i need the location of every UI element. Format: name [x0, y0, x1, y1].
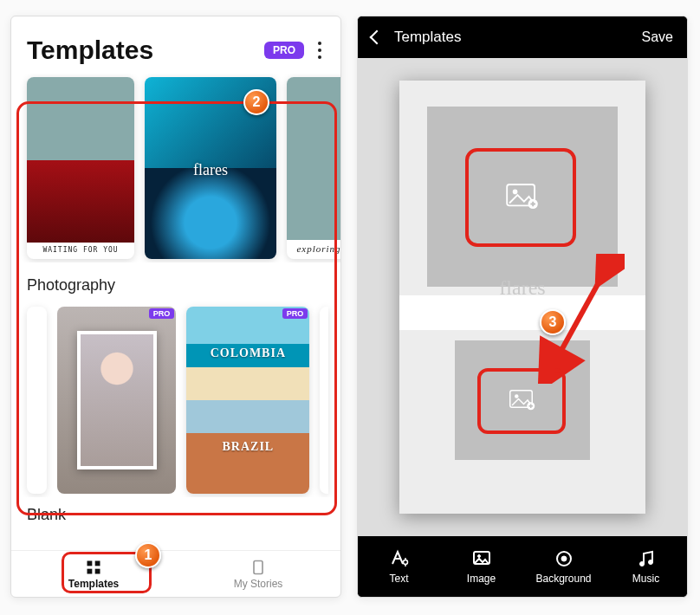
header-title: Templates	[394, 29, 630, 46]
svg-point-12	[403, 560, 407, 565]
template-card-portrait[interactable]: PRO	[57, 307, 176, 494]
tool-label: Text	[389, 573, 408, 585]
editor-screen: Templates Save flares	[357, 16, 688, 598]
image-icon	[471, 548, 492, 569]
tab-label: My Stories	[234, 578, 283, 590]
more-menu-icon[interactable]	[318, 49, 321, 52]
add-image-icon	[509, 390, 535, 411]
card-caption: COLOMBIA	[211, 346, 286, 360]
card-caption: WAITING FOR YOU	[27, 243, 134, 259]
tool-text[interactable]: Text	[358, 536, 440, 597]
mini-pro-badge: PRO	[282, 308, 308, 319]
template-card-peek-right[interactable]	[320, 307, 328, 494]
template-card-peek-left[interactable]	[27, 307, 47, 494]
pro-badge[interactable]: PRO	[264, 42, 304, 59]
svg-rect-0	[88, 560, 93, 566]
svg-rect-1	[95, 560, 100, 566]
svg-point-6	[513, 190, 518, 195]
stories-icon	[250, 559, 267, 576]
templates-row-photography[interactable]: PRO COLOMBIA BRAZIL PRO	[11, 295, 340, 497]
tab-my-stories[interactable]: My Stories	[176, 551, 340, 597]
template-card-exploring[interactable]: exploring	[287, 77, 340, 259]
add-image-icon	[506, 184, 539, 210]
svg-point-18	[648, 560, 652, 565]
back-icon[interactable]	[370, 30, 385, 45]
tool-background[interactable]: Background	[522, 536, 605, 597]
save-button[interactable]: Save	[642, 29, 673, 45]
bottom-nav: Templates My Stories	[11, 550, 340, 597]
svg-rect-4	[254, 560, 262, 573]
templates-header: Templates PRO	[11, 16, 340, 74]
templates-row-featured[interactable]: WAITING FOR YOU flares exploring	[11, 74, 340, 262]
templates-body: WAITING FOR YOU flares exploring Photogr…	[11, 74, 340, 550]
templates-icon	[85, 559, 102, 576]
template-card-countries[interactable]: COLOMBIA BRAZIL PRO	[186, 307, 309, 494]
section-photography: Photography	[11, 262, 340, 295]
callout-3: 3	[540, 309, 566, 335]
card-caption: BRAZIL	[223, 440, 275, 454]
tab-label: Templates	[68, 578, 119, 590]
page-title: Templates	[27, 36, 264, 65]
section-blank: Blank	[11, 497, 340, 524]
template-signature: flares	[399, 276, 645, 300]
svg-point-16	[561, 556, 567, 561]
svg-rect-3	[95, 568, 100, 573]
tool-image[interactable]: Image	[440, 536, 522, 597]
card-caption: exploring	[287, 240, 340, 259]
editor-canvas-area: flares 3	[358, 58, 687, 536]
tool-music[interactable]: Music	[605, 536, 687, 597]
svg-point-14	[477, 555, 480, 558]
editor-header: Templates Save	[358, 16, 687, 58]
callout-1: 1	[135, 542, 161, 568]
text-icon	[389, 548, 410, 569]
templates-screen: Templates PRO WAITING FOR YOU flares exp…	[10, 16, 341, 598]
background-icon	[554, 548, 574, 569]
callout-2: 2	[243, 89, 269, 115]
tool-label: Background	[535, 573, 591, 585]
card-caption: flares	[145, 161, 276, 179]
image-slot-bottom[interactable]	[455, 340, 590, 460]
tool-label: Image	[467, 573, 496, 585]
svg-point-9	[515, 394, 519, 398]
svg-point-17	[639, 562, 644, 566]
mini-pro-badge: PRO	[149, 308, 175, 319]
image-slot-top[interactable]	[427, 107, 618, 287]
music-icon	[636, 548, 657, 569]
template-card-waiting[interactable]: WAITING FOR YOU	[27, 77, 134, 259]
svg-rect-2	[88, 568, 93, 573]
editor-canvas[interactable]: flares 3	[399, 81, 645, 514]
editor-toolbar: Text Image Background Music	[358, 536, 687, 597]
tool-label: Music	[632, 573, 659, 585]
